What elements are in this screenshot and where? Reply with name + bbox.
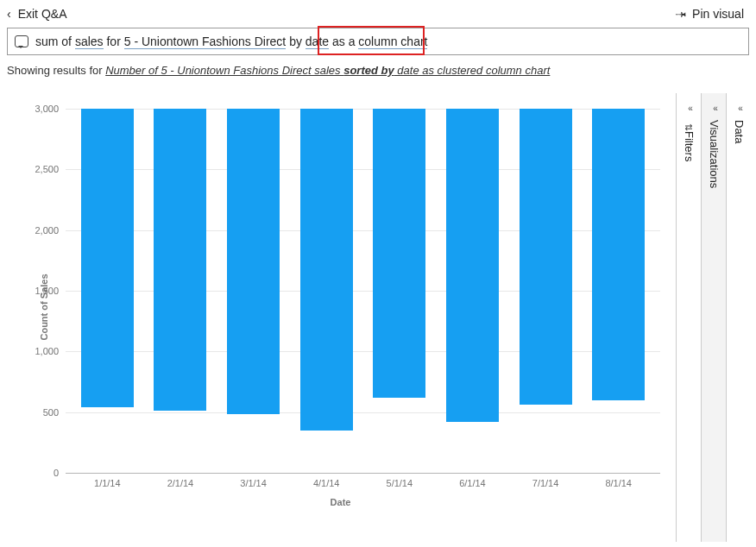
x-tick-label: 8/1/14 (605, 478, 632, 488)
y-tick-label: 3,000 (35, 104, 66, 114)
bar-slot: 6/1/14 (436, 109, 509, 473)
bar[interactable] (520, 109, 572, 405)
query-text: sum of sales for 5 - Uniontown Fashions … (35, 35, 427, 48)
y-tick-label: 2,000 (35, 225, 66, 236)
filters-label: Filters (683, 131, 696, 161)
chevrons-left-icon: « (738, 104, 740, 113)
bar[interactable] (300, 109, 353, 431)
pin-visual-button[interactable]: 📌︎ Pin visual (675, 7, 744, 21)
x-tick-label: 2/1/14 (167, 478, 194, 488)
bar-slot: 5/1/14 (363, 109, 437, 473)
x-tick-label: 7/1/14 (532, 478, 559, 488)
column-chart: Count of Sales Date 05001,0001,5002,0002… (14, 109, 667, 506)
y-axis-title: Count of Sales (39, 274, 49, 340)
bar[interactable] (227, 109, 280, 414)
bar-slot: 3/1/14 (217, 109, 290, 473)
bar-slot: 2/1/14 (144, 109, 217, 473)
y-tick-label: 0 (54, 468, 66, 478)
x-tick-label: 1/1/14 (94, 478, 121, 488)
bar[interactable] (592, 109, 645, 400)
bar[interactable] (446, 109, 499, 422)
pin-label: Pin visual (692, 7, 744, 21)
exit-label: Exit Q&A (18, 7, 67, 21)
x-tick-label: 6/1/14 (459, 478, 486, 488)
visualizations-label: Visualizations (708, 120, 721, 188)
data-panel-toggle[interactable]: « Data (726, 93, 751, 542)
y-tick-label: 1,000 (35, 346, 66, 356)
x-tick-label: 5/1/14 (387, 478, 413, 488)
visualizations-panel-toggle[interactable]: « Visualizations (701, 93, 726, 542)
filter-icon: ⇅ (684, 123, 695, 131)
chart-visual[interactable]: Count of Sales Date 05001,0001,5002,0002… (5, 93, 676, 542)
pin-icon: 📌︎ (671, 4, 690, 22)
chat-icon (15, 35, 28, 47)
x-tick-label: 3/1/14 (240, 478, 267, 488)
y-tick-label: 500 (43, 407, 66, 418)
topbar: ‹ Exit Q&A 📌︎ Pin visual (0, 0, 756, 28)
x-axis-title: Date (331, 497, 351, 507)
bars-container: 1/1/142/1/143/1/144/1/145/1/146/1/147/1/… (66, 109, 660, 473)
chevrons-left-icon: « (688, 104, 690, 113)
bar-slot: 1/1/14 (71, 109, 144, 473)
chevrons-left-icon: « (713, 104, 715, 113)
y-tick-label: 2,500 (35, 164, 66, 174)
y-tick-label: 1,500 (35, 286, 66, 296)
bar[interactable] (81, 109, 134, 407)
bar[interactable] (154, 109, 206, 411)
gridline (66, 473, 660, 474)
bar-slot: 4/1/14 (290, 109, 363, 473)
main-area: Count of Sales Date 05001,0001,5002,0002… (5, 93, 751, 542)
bar[interactable] (373, 109, 425, 398)
qna-query-input[interactable]: sum of sales for 5 - Uniontown Fashions … (7, 28, 749, 55)
results-description: Showing results for Number of 5 - Uniont… (7, 64, 749, 77)
exit-qna-button[interactable]: ‹ Exit Q&A (7, 7, 66, 21)
bar-slot: 8/1/14 (582, 109, 655, 473)
plot-area: 05001,0001,5002,0002,5003,0001/1/142/1/1… (66, 109, 660, 473)
bar-slot: 7/1/14 (509, 109, 583, 473)
x-tick-label: 4/1/14 (313, 478, 340, 488)
filters-panel-toggle[interactable]: « ⇅ Filters (676, 93, 701, 542)
data-label: Data (733, 120, 746, 143)
chevron-left-icon: ‹ (7, 7, 11, 21)
